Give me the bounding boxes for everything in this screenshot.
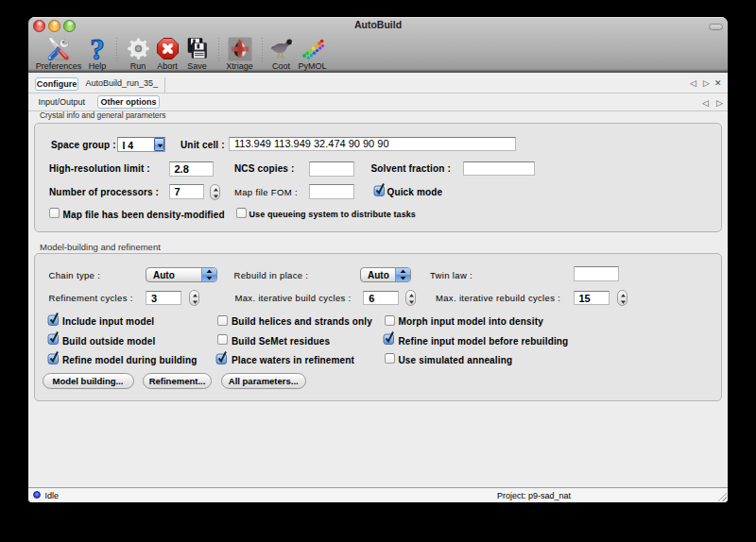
svg-text:?: ?	[90, 36, 105, 62]
